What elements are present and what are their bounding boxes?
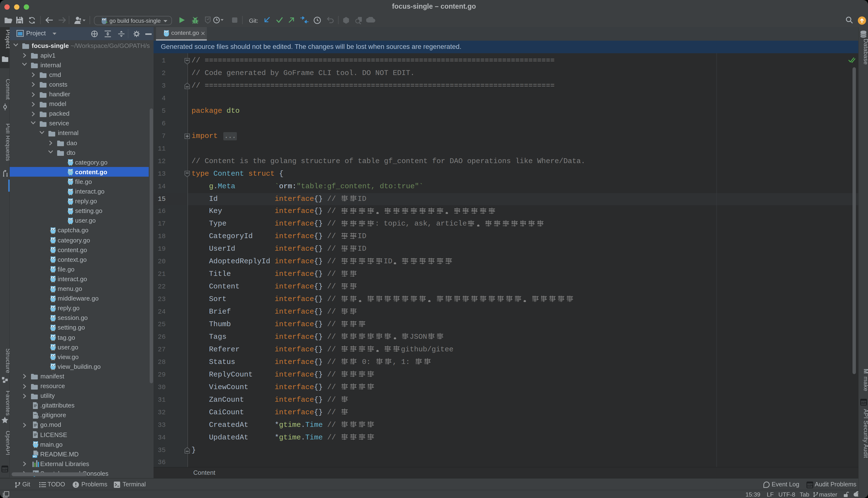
svg-text:MD: MD: [33, 455, 37, 458]
svg-text:/API: /API: [861, 402, 866, 405]
svg-text:/API: /API: [807, 484, 813, 488]
svg-text:/API: /API: [2, 468, 8, 472]
